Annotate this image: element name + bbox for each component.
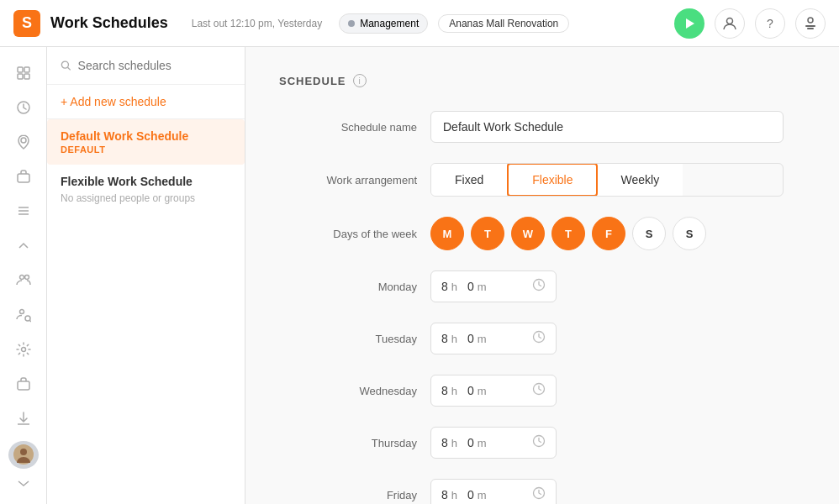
schedule-list-panel: + Add new schedule Default Work Schedule… (47, 47, 245, 504)
sidebar-expand-button[interactable] (7, 472, 40, 494)
sidebar-item-time[interactable] (7, 92, 40, 123)
add-schedule-button[interactable]: + Add new schedule (47, 85, 245, 119)
svg-point-16 (24, 276, 29, 280)
gear-icon (16, 342, 31, 357)
info-icon[interactable]: i (353, 74, 367, 87)
thursday-hours: 8 (441, 436, 448, 449)
wednesday-hours: 8 (441, 384, 448, 397)
wednesday-clock-icon (532, 382, 546, 399)
clock-icon (16, 100, 31, 115)
account-button[interactable] (795, 8, 826, 39)
svg-rect-21 (18, 381, 29, 390)
wednesday-control: 8 h 0 m (430, 375, 784, 407)
help-button[interactable]: ? (755, 8, 785, 39)
monday-row: Monday 8 h 0 m (279, 270, 805, 302)
grid-icon (16, 66, 31, 81)
sidebar-item-people[interactable] (7, 265, 40, 296)
people-icon (16, 272, 31, 287)
arrangement-weekly-button[interactable]: Weekly (597, 164, 683, 196)
thursday-control: 8 h 0 m (430, 427, 784, 459)
monday-h-label: h (451, 281, 457, 293)
svg-point-1 (727, 18, 733, 24)
monday-control: 8 h 0 m (430, 270, 784, 302)
monday-time-input[interactable]: 8 h 0 m (430, 270, 557, 302)
svg-marker-0 (686, 18, 694, 29)
main-content: SCHEDULE i Schedule name Work arrangemen… (245, 47, 839, 504)
schedule-item-default[interactable]: Default Work Schedule DEFAULT (47, 119, 245, 165)
play-button[interactable] (674, 8, 704, 39)
monday-clock-icon (532, 278, 546, 295)
monday-minutes: 0 (467, 280, 474, 293)
sidebar-collapse-button[interactable] (7, 230, 40, 261)
pipeline-button[interactable]: Management (339, 13, 428, 34)
app-logo: S (13, 10, 40, 37)
friday-clock-icon (532, 486, 546, 503)
friday-hours: 8 (441, 488, 448, 501)
chevron-up-icon (16, 238, 31, 253)
day-friday-button[interactable]: F (592, 217, 625, 250)
monday-hours: 8 (441, 280, 448, 293)
svg-rect-11 (18, 174, 29, 182)
search-icon (61, 60, 71, 71)
day-wednesday-button[interactable]: W (511, 217, 545, 250)
sidebar-item-settings[interactable] (7, 333, 40, 365)
tuesday-time-input[interactable]: 8 h 0 m (430, 323, 557, 354)
question-mark-icon: ? (767, 17, 773, 30)
project-badge[interactable]: Ananas Mall Renovation (438, 14, 569, 33)
schedule-name-input[interactable] (430, 111, 784, 143)
schedule-item-flexible-sub: No assigned people or groups (61, 192, 231, 206)
user-button[interactable] (715, 8, 745, 39)
wednesday-time-input[interactable]: 8 h 0 m (430, 375, 557, 407)
day-sunday-button[interactable]: S (673, 217, 706, 250)
app-header: S Work Schedules Last out 12:10 pm, Yest… (0, 0, 839, 47)
schedule-name-label: Schedule name (279, 121, 430, 134)
svg-point-2 (808, 18, 813, 23)
expand-icon (17, 478, 30, 488)
days-of-week-label: Days of the week (279, 228, 430, 240)
page-title: Work Schedules (50, 14, 168, 32)
arrangement-fixed-button[interactable]: Fixed (431, 164, 508, 196)
svg-point-18 (25, 316, 30, 321)
tuesday-minutes: 0 (467, 332, 474, 345)
last-out-status: Last out 12:10 pm, Yesterday (192, 18, 322, 29)
wednesday-row: Wednesday 8 h 0 m (279, 375, 805, 407)
svg-point-10 (21, 138, 26, 143)
sidebar-item-download[interactable] (7, 402, 40, 433)
wednesday-minutes: 0 (467, 384, 474, 397)
arrangement-toggle-group: Fixed Flexible Weekly (430, 163, 784, 197)
day-tuesday-button[interactable]: T (471, 217, 504, 250)
sidebar-item-briefcase[interactable] (7, 160, 40, 192)
search-input[interactable] (78, 59, 231, 72)
sidebar-item-search-people[interactable] (7, 299, 40, 330)
schedule-name-row: Schedule name (279, 111, 805, 143)
sidebar-item-location[interactable] (7, 126, 40, 157)
sidebar-item-work[interactable] (7, 368, 40, 399)
day-monday-button[interactable]: M (430, 217, 464, 250)
friday-time-input[interactable]: 8 h 0 m (430, 479, 557, 504)
tuesday-clock-icon (532, 330, 546, 347)
thursday-time-input[interactable]: 8 h 0 m (430, 427, 557, 459)
svg-rect-3 (805, 25, 815, 27)
day-saturday-button[interactable]: S (632, 217, 666, 250)
briefcase-icon (16, 169, 31, 184)
work-arrangement-row: Work arrangement Fixed Flexible Weekly (279, 163, 805, 197)
tuesday-hours: 8 (441, 332, 448, 345)
pipeline-label: Management (360, 18, 419, 29)
schedule-item-default-name: Default Work Schedule (61, 129, 231, 143)
svg-point-20 (21, 347, 25, 351)
arrangement-flexible-button[interactable]: Flexible (507, 163, 598, 197)
user-avatar[interactable] (8, 441, 39, 469)
download-icon (16, 411, 31, 426)
svg-point-17 (19, 309, 24, 313)
section-header: SCHEDULE i (279, 74, 805, 87)
sidebar-item-grid[interactable] (7, 57, 40, 88)
thursday-label: Thursday (279, 437, 430, 449)
sidebar-item-list[interactable] (7, 196, 40, 227)
svg-point-25 (61, 61, 68, 68)
svg-rect-6 (24, 67, 29, 72)
schedule-item-flexible[interactable]: Flexible Work Schedule No assigned peopl… (47, 165, 245, 216)
main-layout: + Add new schedule Default Work Schedule… (0, 47, 839, 504)
monday-m-label: m (478, 281, 487, 293)
svg-rect-7 (18, 74, 23, 79)
day-thursday-button[interactable]: T (551, 217, 585, 250)
